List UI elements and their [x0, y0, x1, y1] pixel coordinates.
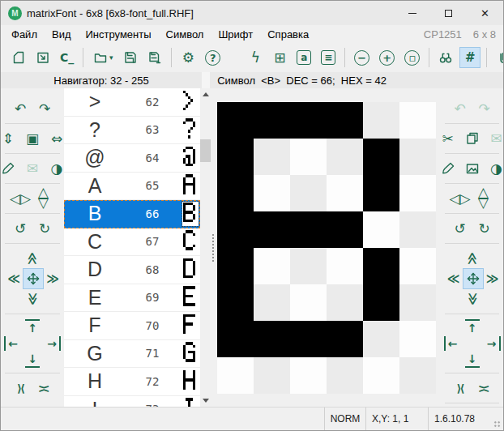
navigator-row[interactable]: H72	[64, 368, 200, 396]
pixel-cell[interactable]	[290, 211, 327, 248]
shift-right-icon[interactable]: ≫	[43, 269, 62, 288]
snap-left-icon[interactable]: ←	[444, 336, 460, 351]
navigator-row[interactable]: D68	[64, 256, 200, 284]
zoom-in-icon[interactable]: +	[379, 50, 395, 66]
pixel-cell[interactable]	[399, 139, 436, 175]
copy-icon[interactable]	[463, 129, 482, 148]
preview-text-icon[interactable]: ≡	[321, 50, 335, 65]
shift-left-icon[interactable]: ≪	[444, 269, 463, 288]
snap-bottom-icon[interactable]: ↓	[25, 352, 40, 368]
navigator-row[interactable]: F70	[64, 312, 200, 340]
navigator-row[interactable]: B66	[64, 200, 200, 228]
scroll-thumb[interactable]	[200, 139, 211, 162]
squeeze-vertical-icon[interactable]: ⟩⟨	[475, 378, 494, 398]
menu-item-1[interactable]: Вид	[45, 28, 79, 41]
resize-grip[interactable]	[492, 408, 503, 430]
pixel-cell[interactable]	[363, 321, 399, 357]
pixel-cell[interactable]	[254, 284, 290, 321]
pixel-cell[interactable]	[217, 357, 254, 394]
rotate-left-icon[interactable]: ↺	[451, 219, 470, 238]
snap-left-icon[interactable]: ←	[4, 336, 20, 351]
pixel-cell[interactable]	[290, 321, 327, 357]
pixel-cell[interactable]	[290, 357, 327, 394]
pixel-cell[interactable]	[254, 357, 290, 394]
shift-right-icon[interactable]: ≫	[483, 269, 502, 288]
close-button[interactable]: ✕	[467, 1, 503, 25]
navigator-list[interactable]: >62?63@64A65B66C67D68E69F70G71H72I73	[64, 88, 200, 407]
pixel-cell[interactable]	[363, 357, 399, 394]
pixel-cell[interactable]	[254, 321, 290, 357]
shift-left-icon[interactable]: ≪	[4, 269, 23, 288]
snap-top-icon[interactable]: ↑	[25, 319, 40, 335]
save-font-icon[interactable]	[121, 48, 140, 67]
paste-char-icon[interactable]: ✉	[23, 159, 42, 178]
undo-icon[interactable]: ↶	[451, 99, 470, 118]
snap-right-icon[interactable]: →	[485, 336, 501, 351]
pixel-cell[interactable]	[327, 139, 363, 175]
pixel-cell[interactable]	[327, 321, 363, 357]
flip-horizontal-icon[interactable]: ◁▷	[451, 189, 470, 208]
import-font-icon[interactable]	[33, 48, 53, 67]
zoom-out-icon[interactable]: −	[354, 50, 369, 66]
navigator-row[interactable]: >62	[64, 88, 200, 117]
grid-toggle-icon[interactable]: #	[460, 48, 480, 67]
pixel-cell[interactable]	[399, 102, 436, 139]
undo-icon[interactable]: ↶	[11, 99, 30, 118]
navigator-row[interactable]: C67	[64, 228, 200, 257]
pixel-cell[interactable]	[363, 139, 399, 175]
invert-char-icon[interactable]: ◑	[487, 159, 504, 178]
move-center-icon[interactable]	[463, 269, 483, 288]
minimize-button[interactable]	[394, 1, 430, 25]
clear-char-icon[interactable]	[441, 159, 458, 178]
pixel-cell[interactable]	[217, 175, 254, 211]
scroll-down-button[interactable]	[200, 395, 211, 407]
char-map-icon[interactable]: ⊞	[270, 48, 289, 67]
navigator-row[interactable]: G71	[64, 340, 200, 369]
shift-up-icon[interactable]: ≪	[463, 249, 482, 268]
redo-icon[interactable]: ↷	[35, 99, 54, 118]
snap-top-icon[interactable]: ↑	[465, 319, 480, 335]
move-center-icon[interactable]	[23, 269, 43, 288]
pixel-cell[interactable]	[290, 102, 327, 139]
pixel-cell[interactable]	[399, 321, 436, 357]
squeeze-horizontal-icon[interactable]: ⟩⟨	[11, 378, 30, 398]
settings-gear-icon[interactable]: ⚙	[178, 48, 198, 67]
pixel-cell[interactable]	[254, 139, 290, 175]
pixel-cell[interactable]	[290, 284, 327, 321]
pixel-cell[interactable]	[217, 102, 254, 139]
navigator-row[interactable]: E69	[64, 284, 200, 313]
save-font-as-icon[interactable]	[145, 48, 164, 67]
pixel-cell[interactable]	[217, 284, 254, 321]
new-font-icon[interactable]	[9, 48, 28, 67]
scroll-up-button[interactable]	[200, 88, 211, 100]
pixel-cell[interactable]	[363, 175, 399, 211]
grab-image-icon[interactable]	[463, 159, 482, 178]
navigator-row[interactable]: @64	[64, 144, 200, 173]
dropdown-arrow-icon[interactable]: ▾	[109, 53, 113, 62]
cut-icon[interactable]: ✂	[441, 129, 458, 148]
menu-item-0[interactable]: Файл	[4, 28, 45, 41]
squeeze-horizontal-icon[interactable]: ⟩⟨	[451, 378, 470, 398]
pixel-cell[interactable]	[399, 357, 436, 394]
snap-right-icon[interactable]: →	[45, 336, 61, 351]
flip-horizontal-icon[interactable]: ◁▷	[11, 189, 30, 208]
char-height-icon[interactable]: ⇕	[1, 129, 18, 148]
clear-char-icon[interactable]	[1, 159, 18, 178]
menu-item-5[interactable]: Справка	[260, 28, 316, 41]
redo-icon[interactable]: ↷	[475, 99, 494, 118]
pixel-cell[interactable]	[290, 248, 327, 284]
navigator-scrollbar[interactable]	[200, 88, 211, 407]
find-icon[interactable]	[436, 48, 455, 67]
pixel-cell[interactable]	[363, 248, 399, 284]
attachment-icon[interactable]	[493, 48, 504, 67]
preview-char-icon[interactable]: a	[297, 50, 311, 65]
maximize-button[interactable]	[430, 1, 467, 25]
menu-item-2[interactable]: Инструменты	[79, 28, 159, 41]
pixel-cell[interactable]	[254, 248, 290, 284]
pixel-cell[interactable]	[217, 248, 254, 284]
invert-char-icon[interactable]: ◑	[47, 159, 64, 178]
rotate-right-icon[interactable]: ↻	[475, 219, 494, 238]
zoom-fit-icon[interactable]: ▫	[404, 50, 420, 66]
snap-bottom-icon[interactable]: ↓	[465, 352, 480, 368]
navigator-row[interactable]: I73	[64, 396, 200, 408]
